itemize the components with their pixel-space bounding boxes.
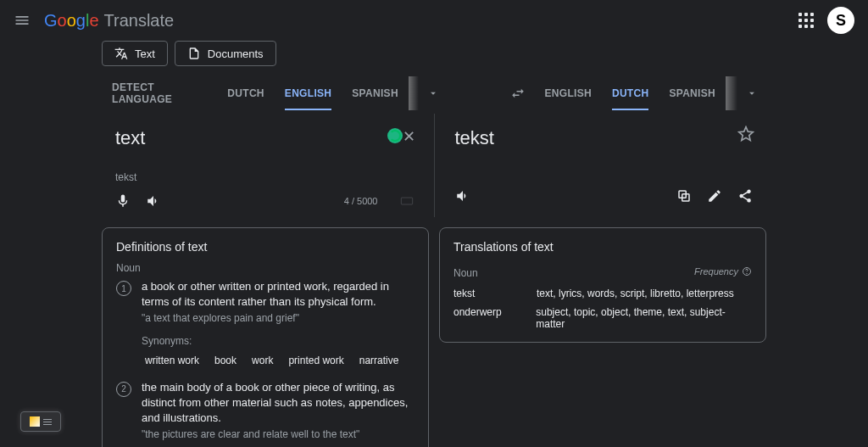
speaker-icon [146, 193, 161, 209]
target-text-output: tekst [442, 114, 767, 158]
synonym[interactable]: written work [145, 354, 199, 368]
save-translation-button[interactable] [737, 126, 754, 142]
chevron-down-icon [427, 87, 439, 99]
apps-icon[interactable] [798, 13, 814, 28]
tab-text[interactable]: Text [102, 41, 168, 66]
pos-noun: Noun [116, 262, 415, 274]
definition-item: 1 a book or other written or printed wor… [116, 279, 415, 373]
pencil-icon [707, 188, 722, 204]
lang-english-src[interactable]: ENGLISH [275, 76, 342, 110]
source-panel: text ✕ tekst 4 / 5000 [102, 114, 427, 217]
mic-button[interactable] [115, 193, 131, 209]
os-widget[interactable] [20, 411, 61, 432]
lang-english-tgt[interactable]: ENGLISH [534, 76, 601, 110]
definitions-panel: Definitions of text Noun 1 a book or oth… [102, 227, 429, 447]
svg-point-4 [747, 273, 748, 274]
translations-panel: Translations of text Noun Frequency teks… [439, 227, 766, 343]
mic-icon [115, 193, 131, 209]
product-name: Translate [104, 11, 175, 31]
def-number: 1 [116, 281, 131, 296]
share-icon [737, 188, 753, 204]
swap-icon [510, 86, 526, 101]
char-count: 4 / 5000 [344, 196, 378, 206]
edit-button[interactable] [707, 188, 722, 204]
lang-dutch-tgt[interactable]: DUTCH [602, 76, 659, 110]
definition-text: a book or other written or printed work,… [142, 279, 415, 310]
speaker-icon [455, 188, 470, 204]
pos-noun-trans: Noun [453, 267, 478, 279]
synonyms-label: Synonyms: [142, 334, 415, 349]
source-language-tabs: DETECT LANGUAGE DUTCH ENGLISH SPANISH [102, 76, 448, 110]
source-lang-more[interactable] [419, 87, 448, 99]
target-panel: tekst [442, 114, 767, 217]
definition-example: "a text that explores pain and grief" [142, 311, 415, 326]
target-lang-more[interactable] [737, 87, 766, 99]
google-translate-logo[interactable]: Google Translate [44, 11, 174, 31]
target-language-tabs: ENGLISH DUTCH SPANISH [502, 76, 766, 110]
translation-row[interactable]: tekst text, lyrics, words, script, libre… [453, 288, 752, 299]
svg-rect-0 [401, 198, 412, 204]
translation-row[interactable]: onderwerp subject, topic, object, theme,… [453, 306, 752, 330]
source-text-input[interactable]: text [102, 114, 427, 158]
clear-input-button[interactable]: ✕ [403, 127, 415, 146]
document-icon [187, 47, 201, 60]
copy-button[interactable] [676, 188, 692, 204]
keyboard-icon [400, 194, 414, 208]
definitions-title: Definitions of text [116, 240, 415, 254]
lang-spanish-tgt[interactable]: SPANISH [659, 76, 726, 110]
synonym[interactable]: work [252, 354, 273, 368]
avatar[interactable]: S [827, 7, 854, 34]
frequency-label: Frequency [694, 266, 752, 277]
keyboard-button[interactable] [400, 194, 414, 208]
translate-icon [114, 47, 128, 60]
app-header: Google Translate S [0, 0, 868, 41]
synonym[interactable]: narrative [359, 354, 399, 368]
help-icon[interactable] [742, 266, 752, 277]
definition-text: the main body of a book or other piece o… [142, 380, 415, 427]
copy-icon [676, 188, 692, 204]
grammarly-widget[interactable] [387, 128, 403, 143]
source-transliteration: tekst [102, 158, 427, 188]
chevron-down-icon [746, 87, 758, 99]
share-button[interactable] [737, 188, 753, 204]
star-icon [737, 126, 754, 142]
hamburger-icon[interactable] [14, 12, 31, 29]
translations-title: Translations of text [453, 240, 554, 254]
lang-spanish-src[interactable]: SPANISH [342, 76, 409, 110]
tab-documents[interactable]: Documents [175, 41, 276, 66]
definition-item: 2 the main body of a book or other piece… [116, 380, 415, 447]
synonym[interactable]: book [214, 354, 236, 368]
synonym[interactable]: printed work [288, 354, 343, 368]
lang-detect[interactable]: DETECT LANGUAGE [102, 76, 217, 110]
swap-languages-button[interactable] [502, 86, 534, 101]
lang-dutch-src[interactable]: DUTCH [217, 76, 275, 110]
def-number: 2 [116, 382, 131, 397]
definition-example: "the pictures are clear and relate well … [142, 427, 415, 442]
listen-target-button[interactable] [455, 188, 470, 204]
listen-source-button[interactable] [146, 193, 161, 209]
